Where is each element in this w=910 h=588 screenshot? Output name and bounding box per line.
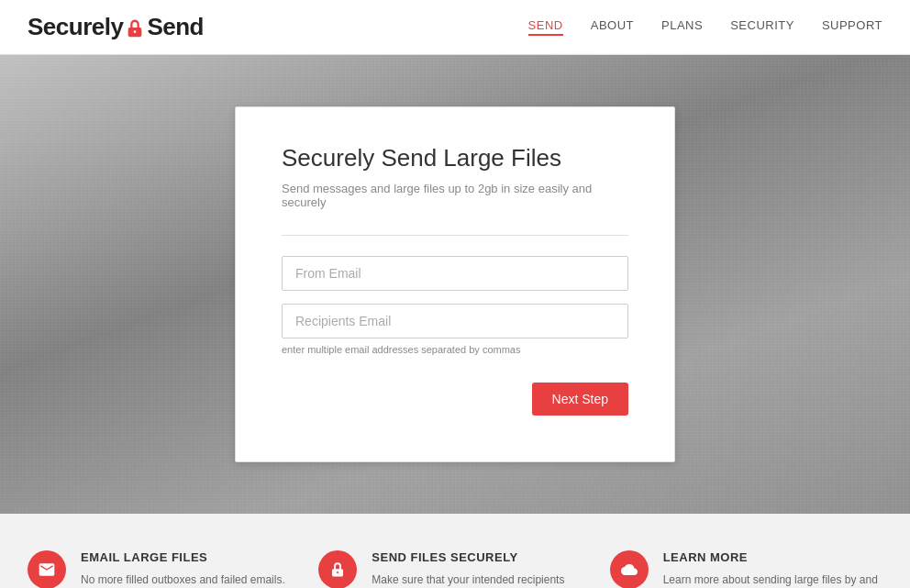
- nav-about[interactable]: ABOUT: [591, 18, 634, 36]
- feature-learn: LEARN MORE Learn more about sending larg…: [610, 550, 882, 588]
- svg-point-3: [337, 571, 338, 573]
- logo: Securely Send: [28, 13, 204, 41]
- header: Securely Send SEND ABOUT PLANS SECURITY …: [0, 0, 910, 55]
- nav-send[interactable]: SEND: [528, 18, 563, 36]
- hero-section: Securely Send Large Files Send messages …: [0, 55, 910, 514]
- main-nav: SEND ABOUT PLANS SECURITY SUPPORT: [528, 18, 882, 36]
- nav-plans[interactable]: PLANS: [661, 18, 703, 36]
- nav-security[interactable]: SECURITY: [730, 18, 794, 36]
- feature-email-content: EMAIL LARGE FILES No more filled outboxe…: [81, 550, 300, 588]
- feature-email-body: No more filled outboxes and failed email…: [81, 571, 300, 588]
- card-footer: Next Step: [282, 383, 628, 416]
- feature-learn-content: LEARN MORE Learn more about sending larg…: [663, 550, 882, 588]
- logo-text-after: Send: [147, 13, 204, 41]
- card-title: Securely Send Large Files: [282, 144, 628, 172]
- lock-icon: [125, 17, 145, 37]
- card-subtitle: Send messages and large files up to 2gb …: [282, 182, 628, 209]
- send-card: Securely Send Large Files Send messages …: [235, 106, 675, 462]
- recipients-hint: enter multiple email addresses separated…: [282, 344, 628, 355]
- from-email-input[interactable]: [282, 256, 628, 291]
- lock-feature-icon: [318, 550, 357, 588]
- card-divider: [282, 235, 628, 236]
- nav-support[interactable]: SUPPORT: [822, 18, 882, 36]
- features-section: EMAIL LARGE FILES No more filled outboxe…: [0, 514, 910, 588]
- feature-secure-content: SEND FILES SECURELY Make sure that your …: [372, 550, 591, 588]
- logo-text-before: Securely: [28, 13, 123, 41]
- email-icon: [28, 550, 66, 588]
- feature-email-title: EMAIL LARGE FILES: [81, 550, 300, 564]
- recipients-email-input[interactable]: [282, 304, 628, 338]
- feature-secure-title: SEND FILES SECURELY: [372, 550, 591, 564]
- feature-secure: SEND FILES SECURELY Make sure that your …: [318, 550, 591, 588]
- svg-point-1: [134, 30, 137, 33]
- feature-learn-body: Learn more about sending large files by …: [663, 571, 882, 588]
- feature-email: EMAIL LARGE FILES No more filled outboxe…: [28, 550, 300, 588]
- cloud-icon: [610, 550, 649, 588]
- feature-learn-title: LEARN MORE: [663, 550, 882, 564]
- next-step-button[interactable]: Next Step: [532, 383, 628, 416]
- feature-secure-body: Make sure that your intended recipients …: [372, 571, 591, 588]
